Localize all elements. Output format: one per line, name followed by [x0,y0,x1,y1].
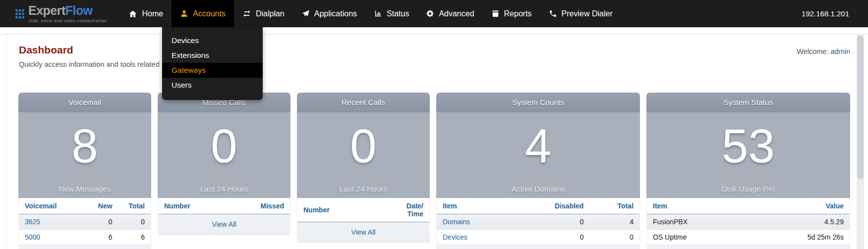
card-title: Recent Calls [297,93,430,112]
brand-name-primary: Expert [28,3,65,17]
view-all-link[interactable]: View All [212,220,236,228]
nav-item-applications[interactable]: Applications [293,0,365,27]
card-value: 4 [436,112,640,170]
table-header-row: VoicemailNewTotal [19,198,151,214]
table-row: Domains04 [437,214,639,230]
home-icon [128,9,137,18]
nav-item-label: Status [387,9,409,18]
row-value: 0 [589,230,639,245]
page-subtitle: Quickly access information and tools rel… [19,60,160,68]
nav-item-accounts[interactable]: Accounts [172,0,234,27]
nav-item-status[interactable]: Status [365,0,417,27]
exchange-icon [242,9,251,18]
column-header: Voicemail [19,198,75,214]
dashboard-cards: Voicemail8New MessagesVoicemailNewTotal3… [18,93,850,249]
table-row: 362500 [19,214,151,230]
table-row: FusionPBX4.5.29 [647,214,850,230]
table-header-row: ItemValue [647,198,850,214]
nav-item-label: Reports [504,9,532,18]
vertical-scrollbar[interactable] [857,35,864,249]
welcome-label: Welcome: [797,48,828,55]
scrollbar-thumb[interactable] [857,36,864,179]
nav-item-label: Preview Dialer [562,9,613,18]
column-header: Number [158,198,237,214]
row-value: FusionPBX [647,214,768,229]
table-header-row: ItemDisabledTotal [437,198,639,214]
nav-item-label: Accounts [193,9,226,18]
card-value: 8 [18,112,151,170]
partial-next-row [647,245,850,249]
column-header: Value [768,198,850,214]
row-value: 6 [75,230,118,245]
column-header: Item [647,198,768,214]
column-header: Item [437,198,523,214]
top-navbar: ExpertFlow chat, voice and video contact… [0,0,868,27]
column-header: Disabled [523,198,589,214]
table-row: 500066 [19,230,151,245]
welcome-text: Welcome: admin [797,48,850,55]
view-all-link[interactable]: View All [351,228,376,236]
nav-item-advanced[interactable]: Advanced [417,0,482,27]
expertflow-dots-logo-icon [15,7,25,20]
card-caption: New Messages [18,185,151,194]
nav-item-dialplan[interactable]: Dialplan [234,0,293,27]
brand-text: ExpertFlow chat, voice and video contact… [28,4,107,23]
row-value: 0 [75,214,118,229]
table-header-row: NumberMissed [158,198,290,214]
card-system-status: System Status53Disk Usage (%)ItemValueFu… [646,93,850,249]
card-title: System Counts [436,93,640,112]
menu-item-devices[interactable]: Devices [162,33,263,48]
card-value: 0 [158,112,290,170]
nav-item-home[interactable]: Home [120,0,172,27]
row-value: 4.5.29 [768,214,850,229]
card-caption: Last 24 Hours [158,185,290,194]
bar-chart-icon [374,9,382,18]
row-value: OS Uptime [647,230,768,245]
card-table: VoicemailNewTotal362500500066 [18,198,151,249]
card-missed-calls: Missed Calls0Last 24 HoursNumberMissedVi… [158,93,290,249]
row-value: 0 [523,230,589,245]
row-value: 6 [118,230,151,245]
menu-item-extensions[interactable]: Extensions [162,48,263,63]
nav-item-preview-dialer[interactable]: Preview Dialer [540,0,621,27]
nav-item-label: Advanced [439,9,474,18]
nav-item-reports[interactable]: Reports [483,0,540,27]
card-value: 53 [646,112,850,170]
row-link[interactable]: 5000 [19,230,75,245]
card-summary-system-status[interactable]: 53Disk Usage (%) [646,112,850,198]
brand-logo-link[interactable]: ExpertFlow chat, voice and video contact… [0,0,107,27]
book-icon [491,9,500,18]
card-recent-calls: Recent Calls0Last 24 HoursNumberDate/Tim… [297,93,430,249]
menu-item-users[interactable]: Users [162,78,263,93]
card-title: Voicemail [18,93,151,112]
card-summary-recent-calls[interactable]: 0Last 24 Hours [297,112,430,198]
paper-plane-icon [301,9,310,18]
brand-name-secondary: Flow [65,3,93,17]
card-title: System Status [646,93,850,112]
welcome-user-link[interactable]: admin [831,48,851,55]
server-ip: 192.168.1.201 [802,0,868,27]
card-table: ItemDisabledTotalDomains04Devices00 [436,198,640,249]
row-link[interactable]: 3625 [19,214,75,229]
page-title: Dashboard [19,44,73,56]
user-icon [180,9,188,18]
row-value: 4 [589,214,639,229]
card-summary-system-counts[interactable]: 4Active Domains [436,112,640,198]
row-link[interactable]: Devices [437,230,523,245]
column-header: Total [589,198,639,214]
card-summary-voicemail[interactable]: 8New Messages [18,112,151,198]
menu-item-gateways[interactable]: Gateways [162,63,263,78]
content-left-divider [6,34,6,249]
card-system-counts: System Counts4Active DomainsItemDisabled… [436,93,640,249]
accounts-dropdown-menu: DevicesExtensionsGatewaysUsers [162,27,263,100]
table-header-row: NumberDate/Time [297,198,429,222]
nav-item-label: Applications [314,9,357,18]
card-value: 0 [297,112,430,170]
card-summary-missed-calls[interactable]: 0Last 24 Hours [158,112,290,198]
brand-tagline: chat, voice and video contactcenter [28,18,107,23]
row-link[interactable]: Domains [437,214,523,229]
column-header: Total [118,198,151,214]
view-all-row: View All [158,214,290,235]
card-voicemail: Voicemail8New MessagesVoicemailNewTotal3… [18,93,151,249]
card-caption: Active Domains [436,185,640,194]
